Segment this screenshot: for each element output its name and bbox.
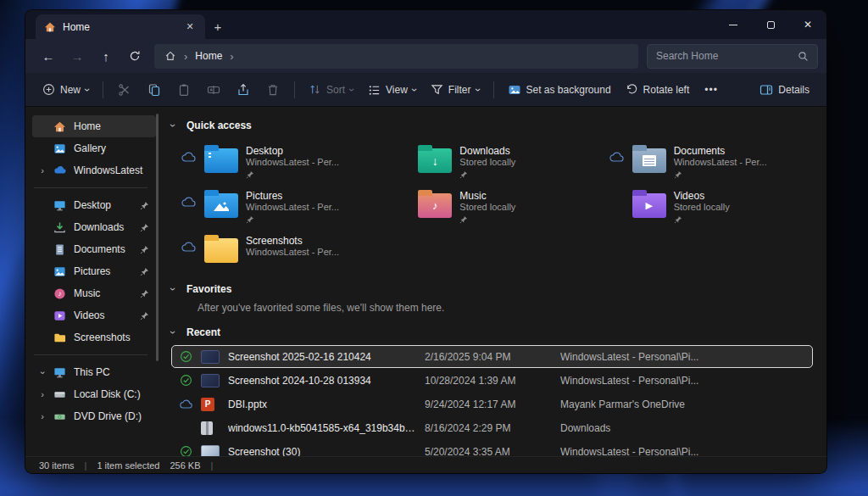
back-button[interactable]: ←: [34, 43, 63, 69]
view-button[interactable]: View›: [361, 77, 423, 103]
tab-home[interactable]: Home ✕: [36, 14, 205, 39]
sidebar-item-this-pc[interactable]: › This PC: [32, 361, 156, 383]
desktop-icon: [53, 198, 67, 213]
tile-music[interactable]: ♪ Music Stored locally: [385, 186, 598, 227]
sidebar-item-documents[interactable]: Documents: [32, 238, 156, 260]
pictures-icon: [53, 265, 67, 279]
chevron-right-icon[interactable]: ›: [37, 166, 47, 176]
tile-screenshots[interactable]: Screenshots WindowsLatest - Per...: [171, 231, 385, 272]
paste-button[interactable]: [170, 77, 198, 103]
rotate-left-icon: [626, 83, 638, 96]
sort-button[interactable]: Sort›: [302, 77, 360, 103]
section-header-favorites[interactable]: › Favorites: [171, 279, 813, 299]
breadcrumb-home[interactable]: Home: [195, 50, 222, 62]
new-button[interactable]: New›: [36, 77, 96, 103]
section-header-quick-access[interactable]: › Quick access: [171, 115, 813, 136]
section-header-recent[interactable]: › Recent: [171, 322, 813, 343]
sidebar-item-desktop[interactable]: Desktop: [32, 194, 156, 216]
recent-file-row[interactable]: Screenshot (30) 5/20/2024 3:35 AM Window…: [171, 440, 813, 456]
see-more-button[interactable]: •••: [697, 77, 726, 103]
videos-icon: [53, 309, 67, 323]
status-bar: 30 items | 1 item selected 256 KB |: [25, 456, 826, 473]
cloud-status-icon: [179, 397, 193, 411]
sidebar-item-music[interactable]: ♪ Music: [32, 282, 156, 304]
chevron-down-icon[interactable]: ›: [168, 124, 178, 127]
scissors-icon: [118, 83, 131, 97]
svg-text:♪: ♪: [58, 289, 61, 298]
up-button[interactable]: ↑: [92, 43, 120, 69]
sidebar: Home Gallery › WindowsLatest Desktop Dow…: [25, 107, 159, 456]
sidebar-item-downloads[interactable]: Downloads: [32, 216, 156, 238]
copy-button[interactable]: [140, 77, 169, 103]
search-box[interactable]: [647, 44, 818, 69]
chevron-down-icon[interactable]: ›: [38, 367, 47, 377]
installer-file-icon: [201, 421, 213, 435]
pin-icon: [140, 267, 149, 276]
pin-icon: [459, 215, 468, 224]
recent-file-row[interactable]: windows11.0-kb5041585-x64_319b34bb6f8f9.…: [171, 416, 813, 439]
items-count: 30 items: [39, 460, 75, 471]
chevron-right-icon[interactable]: ›: [37, 390, 47, 399]
sidebar-scrollbar[interactable]: [156, 114, 159, 361]
image-thumbnail: [201, 445, 220, 457]
recent-file-row[interactable]: P DBI.pptx 9/24/2024 12:17 AM Mayank Par…: [171, 393, 813, 415]
tile-documents[interactable]: Documents WindowsLatest - Per...: [599, 141, 813, 182]
selection-summary: 1 item selected: [97, 460, 159, 471]
sidebar-item-gallery[interactable]: Gallery: [32, 137, 156, 159]
sidebar-item-local-disk-c[interactable]: › Local Disk (C:): [32, 383, 156, 405]
pin-icon: [674, 170, 682, 179]
filter-icon: [431, 83, 443, 96]
cut-button[interactable]: [110, 77, 139, 103]
folder-icon-documents: [632, 148, 666, 173]
details-button[interactable]: Details: [753, 77, 816, 103]
search-input[interactable]: [656, 50, 798, 62]
tile-downloads[interactable]: ↓ Downloads Stored locally: [385, 141, 598, 182]
recent-file-row[interactable]: Screenshot 2024-10-28 013934 10/28/2024 …: [171, 369, 813, 392]
toolbar-divider: [103, 81, 103, 98]
maximize-button[interactable]: [752, 10, 789, 39]
new-tab-button[interactable]: +: [205, 14, 231, 39]
filter-button[interactable]: Filter›: [424, 77, 487, 103]
breadcrumb[interactable]: › Home ›: [154, 44, 638, 69]
refresh-button[interactable]: [120, 43, 149, 69]
sidebar-item-screenshots[interactable]: Screenshots: [32, 326, 156, 348]
tile-desktop[interactable]: Desktop WindowsLatest - Per...: [171, 141, 385, 182]
folder-icon-desktop: [204, 148, 238, 173]
sidebar-item-videos[interactable]: Videos: [32, 304, 156, 326]
forward-button[interactable]: →: [63, 43, 92, 69]
cloud-status-icon: [181, 241, 197, 253]
chevron-right-icon[interactable]: ›: [230, 51, 233, 62]
downloads-icon: [53, 220, 67, 235]
chevron-down-icon[interactable]: ›: [168, 331, 178, 334]
folder-icon-music: ♪: [418, 193, 452, 218]
rename-icon: [207, 83, 220, 97]
minimize-icon: [729, 25, 737, 25]
share-button[interactable]: [229, 77, 258, 103]
delete-button[interactable]: [259, 77, 287, 103]
folder-icon: [53, 331, 67, 345]
set-as-background-button[interactable]: Set as background: [501, 77, 618, 103]
sidebar-item-dvd-drive-d[interactable]: › DVD Drive (D:): [32, 405, 156, 427]
navigation-bar: ← → ↑ › Home ›: [25, 39, 826, 73]
synced-check-icon: [179, 373, 193, 387]
tile-videos[interactable]: ▶ Videos Stored locally: [599, 186, 813, 227]
tab-close-icon[interactable]: ✕: [183, 21, 197, 32]
recent-file-row[interactable]: Screenshot 2025-02-16 210424 2/16/2025 9…: [171, 345, 813, 368]
sidebar-item-windowslatest[interactable]: › WindowsLatest: [32, 159, 156, 181]
folder-icon-videos: ▶: [632, 193, 666, 218]
minimize-button[interactable]: [715, 10, 752, 39]
pin-icon: [140, 289, 149, 298]
cloud-status-placeholder: [395, 151, 410, 163]
tab-title: Home: [63, 21, 176, 33]
onedrive-icon: [53, 164, 67, 178]
rename-button[interactable]: [199, 77, 228, 103]
sidebar-item-pictures[interactable]: Pictures: [32, 260, 156, 282]
cloud-status-icon: [181, 196, 197, 208]
chevron-right-icon[interactable]: ›: [37, 412, 47, 421]
sidebar-item-home[interactable]: Home: [32, 115, 156, 137]
rotate-left-button[interactable]: Rotate left: [619, 77, 697, 103]
pin-icon: [459, 170, 468, 179]
tile-pictures[interactable]: Pictures WindowsLatest - Per...: [171, 186, 385, 227]
chevron-down-icon[interactable]: ›: [168, 287, 178, 291]
close-button[interactable]: ✕: [789, 10, 826, 39]
